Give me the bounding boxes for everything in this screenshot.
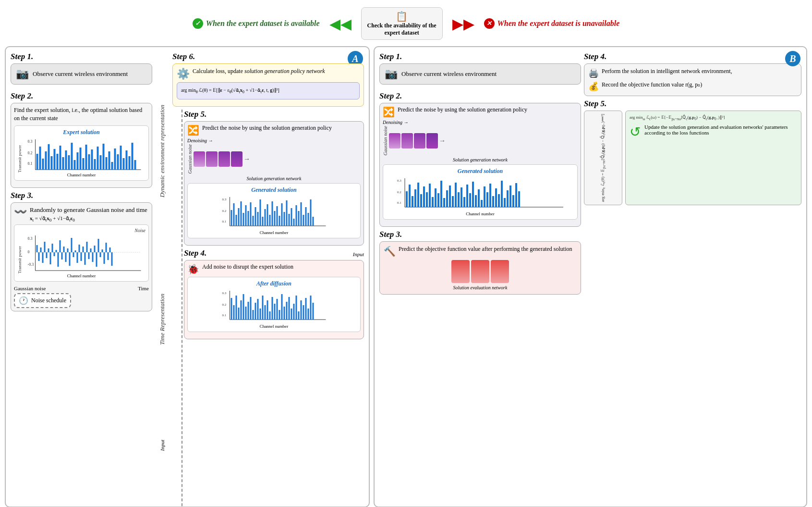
noise-schedule-box: 🕐 Noise schedule: [14, 293, 71, 308]
gaussian-noise-b2: Gaussian noise: [383, 126, 388, 155]
gen-chart-b2-title: Generated solution: [386, 168, 574, 175]
step2b-icon: 🔀: [383, 106, 395, 118]
svg-rect-59: [52, 244, 53, 252]
svg-rect-205: [452, 196, 454, 207]
svg-rect-153: [250, 297, 252, 320]
camera-icon-b1: 📷: [385, 68, 398, 80]
svg-rect-213: [475, 195, 477, 207]
step4-a: Step 4. Input 🐞 Add noise to disrupt the…: [184, 248, 364, 339]
svg-rect-173: [298, 311, 300, 320]
eval-net-label-b3: Solution evaluation network: [384, 285, 577, 290]
svg-rect-190: [409, 185, 411, 207]
svg-rect-36: [126, 150, 128, 170]
svg-rect-57: [48, 248, 49, 252]
svg-rect-66: [65, 252, 67, 262]
svg-rect-160: [267, 300, 268, 320]
step2-b: Step 2. 🔀 Predict the noise by using the…: [379, 91, 581, 227]
svg-rect-69: [71, 238, 73, 252]
svg-rect-9: [48, 144, 50, 170]
svg-rect-162: [272, 297, 273, 320]
svg-text:71: 71: [313, 228, 316, 228]
svg-text:71: 71: [515, 209, 519, 210]
svg-rect-215: [481, 200, 483, 207]
svg-rect-110: [255, 207, 256, 226]
x-icon: ✕: [484, 18, 495, 29]
svg-rect-34: [120, 146, 122, 170]
svg-rect-114: [265, 209, 266, 226]
svg-rect-24: [91, 149, 93, 170]
svg-text:0.3: 0.3: [28, 236, 33, 241]
svg-rect-201: [440, 181, 442, 207]
svg-text:18: 18: [429, 209, 433, 210]
svg-rect-224: [507, 190, 509, 207]
svg-rect-117: [272, 201, 273, 226]
svg-rect-203: [446, 190, 448, 207]
svg-rect-125: [291, 208, 292, 226]
step5-a-label: Step 5.: [184, 110, 364, 119]
svg-rect-132: [308, 213, 309, 226]
svg-rect-56: [46, 252, 48, 258]
svg-rect-102: [236, 215, 237, 226]
input-label-step4: Input: [353, 251, 364, 257]
svg-rect-33: [117, 154, 119, 170]
svg-text:0.2: 0.2: [222, 209, 227, 213]
svg-rect-120: [279, 216, 280, 226]
step3-b-text: Predict the objective function value aft…: [399, 246, 572, 253]
svg-rect-192: [414, 189, 416, 207]
svg-rect-217: [486, 192, 488, 207]
svg-rect-78: [88, 252, 90, 259]
after-diffusion-chart: After diffusion 0.3 0.2 0.1: [187, 277, 361, 332]
svg-rect-17: [71, 143, 73, 170]
svg-rect-179: [313, 303, 314, 320]
svg-text:52: 52: [276, 322, 279, 322]
svg-text:52: 52: [294, 228, 298, 228]
step1-b: Step 1. 📷 Observe current wireless envir…: [379, 52, 581, 88]
svg-rect-220: [495, 188, 497, 207]
svg-rect-123: [286, 200, 288, 226]
svg-rect-77: [86, 242, 88, 252]
after-diff-x: Channel number: [191, 324, 357, 329]
check-title-line1: Check the availability of the: [367, 22, 436, 29]
svg-rect-32: [114, 148, 116, 170]
svg-rect-7: [42, 159, 44, 170]
step6-text: Calculate loss, update solution generati…: [193, 68, 325, 75]
gen-chart-a5-x: Channel number: [191, 230, 357, 235]
step6-a: Step 6. ⚙️ Calculate loss, update soluti…: [172, 52, 364, 107]
step4-b: Step 4. 🖨️ Perform the solution in intel…: [584, 52, 801, 96]
svg-rect-167: [284, 307, 285, 320]
svg-rect-16: [68, 155, 70, 170]
svg-rect-226: [512, 195, 514, 207]
svg-rect-81: [94, 246, 96, 252]
noise-chart-x: Channel number: [17, 273, 145, 278]
svg-rect-156: [257, 299, 259, 320]
svg-rect-174: [301, 300, 302, 320]
unavailable-text: When the expert dataset is unavailable: [497, 19, 620, 27]
svg-text:35: 35: [455, 209, 459, 210]
svg-rect-170: [291, 309, 292, 320]
svg-text:18: 18: [250, 228, 254, 228]
svg-rect-222: [501, 181, 503, 207]
svg-rect-83: [98, 239, 99, 252]
svg-rect-51: [36, 245, 38, 252]
svg-rect-54: [42, 252, 44, 263]
svg-rect-27: [100, 155, 102, 170]
svg-rect-129: [301, 202, 302, 226]
svg-rect-131: [305, 207, 307, 226]
svg-rect-157: [260, 309, 261, 320]
svg-rect-67: [67, 248, 69, 252]
svg-rect-207: [458, 192, 460, 207]
svg-rect-64: [61, 252, 63, 260]
svg-rect-200: [437, 193, 439, 207]
time-label-a: Time: [138, 285, 149, 291]
after-diff-svg: 0.3 0.2 0.1: [191, 288, 357, 322]
svg-rect-155: [255, 303, 256, 320]
svg-text:0: 0: [28, 250, 30, 254]
step5-icon: 🔀: [187, 124, 199, 136]
svg-rect-206: [455, 183, 457, 207]
svg-rect-161: [269, 311, 271, 320]
money-icon: 💰: [588, 81, 599, 92]
svg-rect-82: [96, 252, 97, 267]
svg-rect-72: [77, 252, 78, 263]
available-text: When the expert dataset is available: [206, 19, 320, 27]
svg-rect-37: [129, 156, 131, 170]
